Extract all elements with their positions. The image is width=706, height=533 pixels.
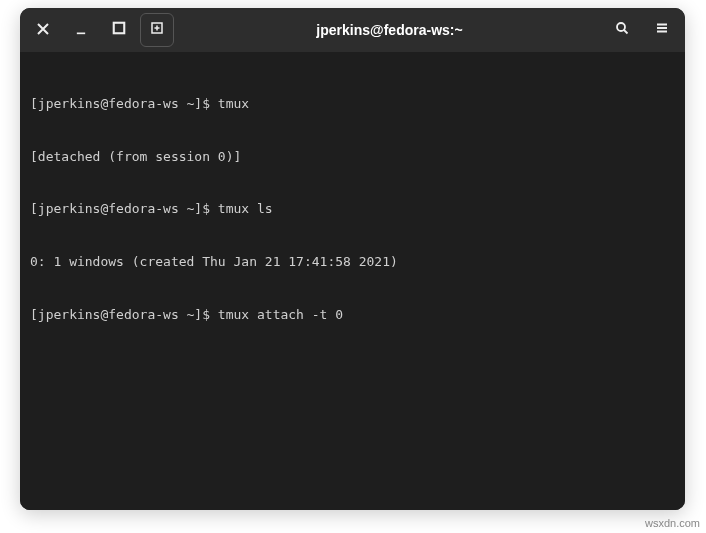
terminal-line: [jperkins@fedora-ws ~]$ tmux [30, 95, 675, 113]
new-tab-icon [150, 21, 164, 39]
minimize-button[interactable] [64, 13, 98, 47]
window-title: jperkins@fedora-ws:~ [180, 22, 599, 38]
terminal-line: [jperkins@fedora-ws ~]$ tmux ls [30, 200, 675, 218]
menu-button[interactable] [645, 13, 679, 47]
search-button[interactable] [605, 13, 639, 47]
close-button[interactable] [26, 13, 60, 47]
minimize-icon [76, 21, 86, 39]
shell-prompt: [jperkins@fedora-ws ~]$ [30, 96, 218, 111]
maximize-icon [112, 21, 126, 39]
command-text: tmux ls [218, 201, 273, 216]
titlebar-left-controls [26, 13, 174, 47]
terminal-line: [jperkins@fedora-ws ~]$ tmux attach -t 0 [30, 306, 675, 324]
shell-prompt: [jperkins@fedora-ws ~]$ [30, 307, 218, 322]
search-icon [615, 21, 629, 39]
command-text: tmux attach -t 0 [218, 307, 343, 322]
terminal-line: 0: 1 windows (created Thu Jan 21 17:41:5… [30, 253, 675, 271]
new-tab-button[interactable] [140, 13, 174, 47]
watermark: wsxdn.com [645, 517, 700, 529]
terminal-window: jperkins@fedora-ws:~ [jperkins@fedora-ws… [20, 8, 685, 510]
titlebar-right-controls [605, 13, 679, 47]
shell-prompt: [jperkins@fedora-ws ~]$ [30, 201, 218, 216]
svg-point-3 [617, 23, 625, 31]
hamburger-icon [655, 21, 669, 39]
svg-rect-1 [114, 23, 125, 34]
terminal-line: [detached (from session 0)] [30, 148, 675, 166]
terminal-body[interactable]: [jperkins@fedora-ws ~]$ tmux [detached (… [20, 52, 685, 510]
svg-rect-0 [77, 33, 85, 35]
command-text: tmux [218, 96, 249, 111]
titlebar: jperkins@fedora-ws:~ [20, 8, 685, 52]
maximize-button[interactable] [102, 13, 136, 47]
close-icon [37, 21, 49, 39]
